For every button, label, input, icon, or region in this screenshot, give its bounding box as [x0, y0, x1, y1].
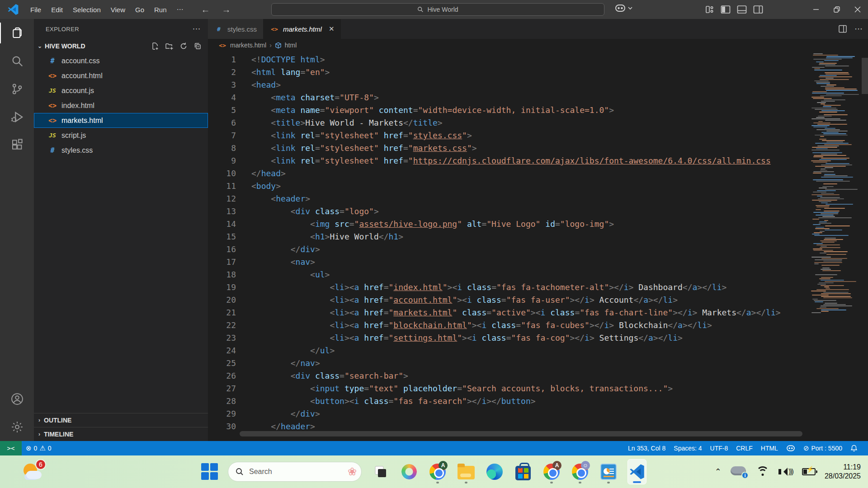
editor-more-actions-icon[interactable]: ⋯: [854, 24, 863, 34]
toggle-panel-icon[interactable]: [737, 5, 747, 14]
back-arrow-icon[interactable]: ←: [201, 5, 210, 15]
breadcrumb-node[interactable]: html: [285, 42, 297, 49]
code-line[interactable]: 21 <li><a href="markets.html" class="act…: [208, 306, 868, 319]
code-line[interactable]: 7 <link rel="stylesheet" href="styles.cs…: [208, 129, 868, 142]
volume-icon[interactable]: ))): [778, 468, 793, 476]
customize-layout-icon[interactable]: [705, 5, 714, 14]
edge-browser-icon[interactable]: [485, 459, 504, 484]
split-editor-icon[interactable]: [838, 24, 847, 33]
notifications-bell[interactable]: [846, 445, 862, 452]
minimize-button[interactable]: [806, 0, 826, 19]
code-line[interactable]: 22 <li><a href="blockchain.html"><i clas…: [208, 319, 868, 332]
code-line[interactable]: 18 <ul>: [208, 268, 868, 281]
source-control-view-icon[interactable]: [0, 75, 34, 103]
extensions-view-icon[interactable]: [0, 131, 34, 159]
cursor-position[interactable]: Ln 353, Col 8: [624, 445, 670, 452]
horizontal-scrollbar[interactable]: [240, 431, 802, 436]
task-view-button[interactable]: [371, 459, 390, 484]
taskbar-search[interactable]: Search ❀: [228, 462, 362, 482]
explorer-view-icon[interactable]: [0, 19, 34, 47]
eol-sequence[interactable]: CRLF: [732, 445, 757, 452]
vertical-scrollbar[interactable]: [862, 58, 868, 94]
code-line[interactable]: 25 </nav>: [208, 357, 868, 370]
breadcrumb-file[interactable]: markets.html: [230, 42, 266, 49]
code-line[interactable]: 29 </div>: [208, 408, 868, 420]
breadcrumb[interactable]: <> markets.html › html: [208, 39, 868, 52]
vscode-taskbar-icon[interactable]: [627, 459, 646, 484]
forward-arrow-icon[interactable]: →: [222, 5, 231, 15]
restore-button[interactable]: [826, 0, 847, 19]
tab-markets.html[interactable]: <>markets.html✕: [264, 19, 341, 39]
menu-edit[interactable]: Edit: [46, 3, 68, 16]
file-item-script.js[interactable]: JSscript.js: [34, 128, 208, 143]
code-line[interactable]: 26 <div class="search-bar">: [208, 370, 868, 382]
problems-indicator[interactable]: ⊗ 0 ⚠ 0: [22, 444, 56, 452]
run-debug-view-icon[interactable]: [0, 103, 34, 131]
menu-run[interactable]: Run: [149, 3, 172, 16]
start-button[interactable]: [201, 463, 218, 480]
settings-gear-icon[interactable]: [0, 413, 34, 441]
tab-styles.css[interactable]: #styles.css: [208, 19, 264, 39]
file-item-account.js[interactable]: JSaccount.js: [34, 83, 208, 98]
wifi-icon[interactable]: [756, 466, 769, 477]
code-line[interactable]: 15 <h1>Hive World</h1>: [208, 230, 868, 243]
code-line[interactable]: 24 </ul>: [208, 344, 868, 357]
file-item-account.css[interactable]: #account.css: [34, 53, 208, 68]
file-explorer-icon[interactable]: [457, 459, 476, 484]
minimap[interactable]: [809, 52, 862, 323]
code-line[interactable]: 8 <link rel="stylesheet" href="markets.c…: [208, 142, 868, 155]
indentation[interactable]: Spaces: 4: [670, 445, 706, 452]
code-line[interactable]: 11<body>: [208, 180, 868, 192]
code-line[interactable]: 12 <header>: [208, 192, 868, 205]
timeline-section[interactable]: › TIMELINE: [34, 427, 208, 441]
chrome-profile1-icon[interactable]: A: [428, 459, 447, 484]
code-line[interactable]: 1<!DOCTYPE html>: [208, 53, 868, 66]
system-monitor-app-icon[interactable]: [599, 459, 618, 484]
encoding[interactable]: UTF-8: [706, 445, 732, 452]
file-item-markets.html[interactable]: <>markets.html: [34, 113, 208, 128]
code-line[interactable]: 16 </div>: [208, 243, 868, 256]
microsoft-store-icon[interactable]: [514, 459, 533, 484]
code-line[interactable]: 27 <input type="text" placeholder="Searc…: [208, 382, 868, 395]
menu-file[interactable]: File: [25, 3, 46, 16]
clock-widget[interactable]: 11:19 28/03/2025: [825, 463, 861, 481]
chrome-profile3-icon[interactable]: ☺: [571, 459, 590, 484]
copilot-status-icon[interactable]: [782, 445, 799, 452]
code-line[interactable]: 5 <meta name="viewport" content="width=d…: [208, 104, 868, 117]
collapse-all-icon[interactable]: [193, 42, 202, 50]
new-file-icon[interactable]: [151, 42, 159, 50]
toggle-secondary-sidebar-icon[interactable]: [753, 5, 763, 14]
file-item-styles.css[interactable]: #styles.css: [34, 143, 208, 158]
port-forward[interactable]: ⊘ Port : 5500: [799, 444, 846, 452]
remote-indicator[interactable]: ><: [0, 441, 22, 455]
menu-selection[interactable]: Selection: [68, 3, 106, 16]
language-mode[interactable]: HTML: [757, 445, 782, 452]
code-line[interactable]: 28 <button><i class="fas fa-search"></i>…: [208, 395, 868, 408]
explorer-more-icon[interactable]: ⋯: [193, 24, 201, 34]
command-center-search[interactable]: Hive World: [271, 3, 604, 16]
file-item-account.html[interactable]: <>account.html: [34, 68, 208, 83]
code-line[interactable]: 19 <li><a href="index.html"><i class="fa…: [208, 281, 868, 294]
code-line[interactable]: 20 <li><a href="account.html"><i class="…: [208, 294, 868, 306]
chrome-profile2-icon[interactable]: A: [542, 459, 561, 484]
code-line[interactable]: 9 <link rel="stylesheet" href="https://c…: [208, 155, 868, 167]
battery-icon[interactable]: ⚡: [802, 468, 816, 475]
code-line[interactable]: 4 <meta charset="UTF-8">: [208, 91, 868, 104]
onedrive-icon[interactable]: i: [731, 466, 747, 477]
code-line[interactable]: 10</head>: [208, 167, 868, 180]
code-line[interactable]: 6 <title>Hive World - Markets</title>: [208, 117, 868, 129]
code-line[interactable]: 2<html lang="en">: [208, 66, 868, 79]
menu-view[interactable]: View: [106, 3, 130, 16]
close-tab-icon[interactable]: ✕: [329, 25, 335, 33]
code-editor[interactable]: 1<!DOCTYPE html>2<html lang="en">3<head>…: [208, 52, 868, 441]
code-line[interactable]: 23 <li><a href="settings.html"><i class=…: [208, 332, 868, 344]
code-line[interactable]: 14 <img src="assets/hive-logo.png" alt="…: [208, 218, 868, 230]
tray-expand-chevron[interactable]: ⌃: [715, 467, 722, 477]
new-folder-icon[interactable]: [165, 42, 174, 50]
outline-section[interactable]: › OUTLINE: [34, 413, 208, 427]
menu-[interactable]: ⋯: [172, 3, 189, 16]
accounts-icon[interactable]: [0, 385, 34, 413]
file-item-index.html[interactable]: <>index.html: [34, 98, 208, 113]
code-line[interactable]: 3<head>: [208, 79, 868, 91]
code-line[interactable]: 13 <div class="logo">: [208, 205, 868, 218]
